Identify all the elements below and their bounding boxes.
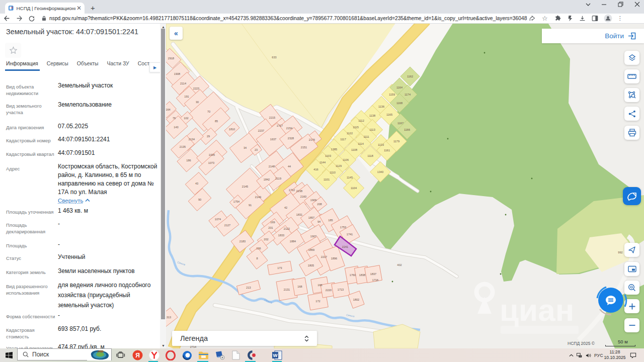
svg-text:2918: 2918 (168, 57, 174, 60)
svg-text:2154: 2154 (286, 127, 292, 130)
svg-text:90: 90 (198, 198, 201, 201)
svg-text:1129: 1129 (336, 164, 342, 167)
svg-text:992: 992 (618, 251, 622, 254)
svg-text:76: 76 (173, 117, 176, 120)
svg-text:1114: 1114 (358, 142, 364, 145)
svg-text:168: 168 (297, 285, 302, 288)
svg-text:1712: 1712 (289, 189, 295, 192)
svg-text:1884: 1884 (290, 240, 296, 243)
svg-text:1138: 1138 (369, 114, 375, 117)
svg-text:1159: 1159 (389, 93, 395, 96)
svg-text:164: 164 (166, 108, 171, 111)
svg-text:1073: 1073 (208, 161, 214, 164)
svg-text:416: 416 (313, 168, 318, 171)
svg-text:91: 91 (249, 204, 252, 207)
svg-text:1909: 1909 (310, 199, 316, 202)
svg-text:1907: 1907 (310, 235, 316, 238)
svg-text:W: W (273, 352, 278, 358)
svg-text:30: 30 (196, 101, 199, 104)
svg-text:2183: 2183 (239, 240, 246, 243)
svg-text:1167: 1167 (397, 122, 404, 125)
svg-text:1122: 1122 (347, 132, 353, 135)
svg-text:2160: 2160 (300, 195, 306, 198)
svg-text:23: 23 (255, 148, 258, 151)
svg-text:1831: 1831 (296, 213, 302, 216)
svg-text:1842: 1842 (264, 178, 270, 181)
svg-text:1805: 1805 (308, 264, 314, 267)
svg-text:1716: 1716 (372, 279, 378, 282)
svg-text:185: 185 (328, 219, 333, 222)
svg-text:633: 633 (272, 56, 276, 59)
svg-text:1108: 1108 (351, 148, 357, 151)
svg-text:2122: 2122 (284, 227, 290, 230)
svg-text:173: 173 (277, 266, 282, 269)
svg-text:2241: 2241 (342, 245, 348, 248)
svg-text:191: 191 (184, 95, 189, 98)
svg-text:1106: 1106 (343, 158, 349, 161)
svg-text:1837: 1837 (370, 273, 376, 276)
svg-text:1753: 1753 (340, 226, 346, 229)
svg-text:85: 85 (215, 120, 218, 123)
svg-text:2238: 2238 (296, 190, 302, 193)
svg-text:2131: 2131 (284, 288, 290, 291)
svg-text:2215: 2215 (269, 116, 275, 119)
svg-text:166: 166 (317, 284, 322, 287)
svg-text:1168: 1168 (396, 102, 403, 105)
svg-text:1637: 1637 (270, 138, 276, 141)
svg-text:1133: 1133 (378, 143, 384, 146)
svg-text:1161: 1161 (384, 149, 390, 152)
svg-text:186: 186 (186, 159, 191, 162)
svg-text:1166: 1166 (404, 128, 410, 131)
svg-text:1869: 1869 (308, 248, 314, 251)
svg-text:102: 102 (184, 117, 188, 120)
svg-text:1717: 1717 (277, 124, 283, 127)
svg-text:1174: 1174 (405, 93, 411, 96)
svg-text:1741: 1741 (347, 233, 353, 236)
svg-text:2148: 2148 (269, 165, 275, 168)
svg-text:1908: 1908 (174, 72, 180, 75)
svg-text:2151: 2151 (301, 146, 307, 149)
svg-text:402: 402 (397, 263, 401, 266)
svg-text:1144: 1144 (319, 161, 326, 164)
svg-text:1896: 1896 (331, 257, 337, 260)
svg-text:1754: 1754 (233, 200, 239, 203)
svg-text:1113: 1113 (369, 128, 375, 131)
svg-text:1165: 1165 (386, 113, 392, 116)
svg-text:2134: 2134 (189, 138, 195, 141)
svg-text:8: 8 (256, 257, 258, 260)
svg-text:1136: 1136 (378, 105, 384, 108)
svg-text:2145: 2145 (242, 185, 248, 188)
svg-text:1005: 1005 (209, 153, 215, 156)
svg-text:1145: 1145 (347, 176, 353, 179)
svg-text:1111: 1111 (363, 135, 369, 138)
svg-text:213: 213 (246, 286, 251, 289)
svg-text:2127: 2127 (224, 224, 230, 227)
svg-text:1833: 1833 (278, 234, 284, 237)
svg-text:1115: 1115 (353, 126, 359, 129)
svg-text:циан: циан (500, 293, 574, 327)
svg-text:1343: 1343 (377, 170, 383, 173)
svg-text:2149: 2149 (255, 196, 261, 199)
svg-text:1385: 1385 (331, 148, 337, 151)
svg-text:1110: 1110 (330, 171, 336, 174)
svg-text:1117: 1117 (340, 138, 346, 141)
svg-text:2328: 2328 (288, 137, 294, 140)
svg-text:2135: 2135 (180, 145, 186, 148)
svg-text:43: 43 (195, 182, 198, 185)
svg-text:1179: 1179 (393, 140, 399, 143)
svg-text:1760: 1760 (350, 274, 356, 277)
svg-text:1074: 1074 (215, 218, 221, 221)
svg-text:1104: 1104 (351, 187, 357, 190)
svg-text:1101: 1101 (324, 178, 330, 181)
svg-text:1838: 1838 (359, 274, 365, 277)
svg-text:44: 44 (288, 165, 291, 168)
svg-text:1112: 1112 (358, 119, 364, 122)
svg-text:1802: 1802 (353, 298, 359, 301)
svg-text:208: 208 (317, 203, 321, 206)
svg-text:94: 94 (317, 220, 320, 223)
svg-text:70: 70 (207, 110, 210, 113)
svg-text:2114: 2114 (180, 82, 186, 85)
svg-text:1713: 1713 (338, 288, 344, 291)
svg-text:1162: 1162 (407, 75, 413, 78)
svg-text:169: 169 (270, 221, 275, 224)
